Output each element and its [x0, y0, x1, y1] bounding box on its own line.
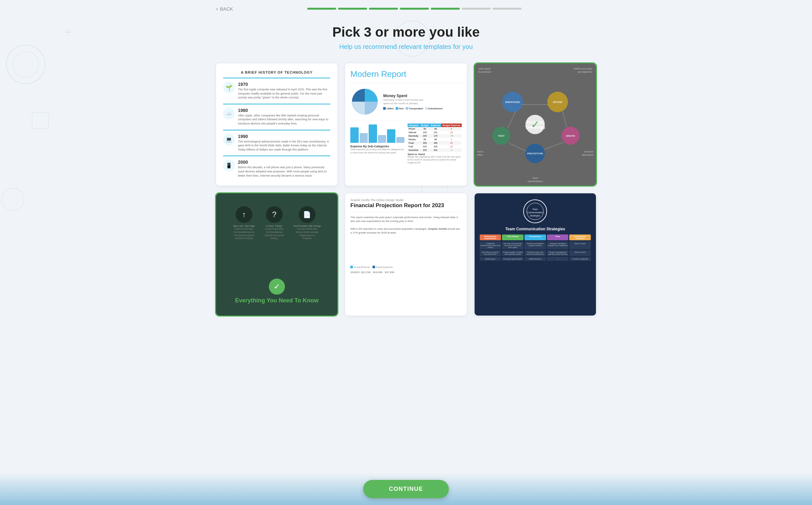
svg-line-23: [563, 111, 567, 127]
bottom-overlay: CONTINUE: [0, 473, 812, 505]
svg-text:TEST: TEST: [498, 135, 505, 137]
back-chevron-icon: ‹: [216, 6, 218, 12]
svg-line-24: [544, 142, 563, 150]
tc-col-5: Constructive Feedback: [569, 234, 591, 240]
tc-cell: Project management and document sharing: [547, 250, 569, 256]
svg-text:Team: Team: [533, 208, 538, 210]
icon-document: 📄: [299, 206, 316, 223]
svg-text:EMPATHIZE: EMPATHIZE: [505, 101, 520, 104]
progress-segment-6: [462, 8, 491, 10]
tc-col-1: Performance Expectations: [480, 234, 501, 240]
progress-segment-3: [369, 8, 398, 10]
svg-text:PROTOTYPE: PROTOTYPE: [528, 152, 544, 155]
modern-report-title: Modern Report: [350, 69, 461, 79]
tc-cell: Discuss and deliver project reviews: [525, 241, 546, 249]
svg-text:Communication: Communication: [528, 211, 543, 213]
back-button[interactable]: ‹ BACK: [216, 6, 233, 12]
tc-cell: Set and communicate new short and long-t…: [502, 241, 524, 249]
template-card-team-communication[interactable]: Team Communication Strategies Team Commu…: [475, 193, 596, 316]
svg-text:IDEATE: IDEATE: [566, 135, 575, 137]
icon-arrow-up: ↑: [236, 206, 252, 223]
pie-chart: [350, 87, 379, 116]
svg-text:DEFINE: DEFINE: [553, 101, 563, 104]
progress-bar: [307, 8, 521, 10]
back-label: BACK: [220, 6, 233, 12]
progress-segment-4: [400, 8, 429, 10]
tc-cell: Stay on topic: [569, 241, 591, 249]
timeline-2000: 📱 2000 Before this decade, a cell phone …: [223, 160, 330, 178]
tc-cell: Start on time: [569, 250, 591, 256]
tc-cell: Promote opportunities: [502, 257, 524, 261]
svg-line-25: [509, 143, 526, 151]
page-subtitle: Help us recommend relevant templates for…: [216, 43, 596, 50]
tc-cell: Celebrate achievements and core values: [480, 241, 501, 249]
progress-bar-container: [233, 8, 596, 10]
title-section: Pick 3 or more you like Help us recommen…: [216, 24, 596, 50]
tc-cell: Create an Agenda: [569, 257, 591, 261]
svg-line-26: [508, 111, 516, 128]
icon-question: ?: [266, 206, 283, 223]
template-card-history[interactable]: A BRIEF HISTORY OF TECHNOLOGY 🌱 1970 The…: [216, 63, 337, 186]
fp-graphic-gorilla: Graphic Gorilla The Online Design Studio: [350, 198, 461, 202]
continue-button[interactable]: CONTINUE: [363, 480, 449, 498]
page-title: Pick 3 or more you like: [216, 24, 596, 40]
tc-cell: Traffic Monitors: [525, 257, 546, 261]
selected-check-icon: ✓: [269, 279, 285, 295]
dark-green-bottom-text: Everything You Need To Know: [235, 297, 319, 304]
fp-body-text: This report examines the past year's cor…: [350, 215, 461, 235]
template-card-design-thinking[interactable]: ✓ DESIGN THINKING EMPATHIZE DEFINE IDEAT…: [475, 63, 596, 186]
progress-segment-5: [431, 8, 460, 10]
progress-segment-7: [493, 8, 521, 10]
tc-col-2: Goal Setting: [502, 234, 524, 240]
progress-segment-1: [307, 8, 336, 10]
timeline-1990: 💻 1990 The technological advancements ma…: [223, 134, 330, 152]
svg-text:Strategies: Strategies: [530, 214, 541, 217]
tc-title: Team Communication Strategies: [480, 227, 591, 231]
tc-cell: Give direct route for top performers: [480, 250, 501, 256]
template-card-modern-report[interactable]: Modern Report Money Spent Summary of how…: [345, 63, 467, 186]
tc-cell: Hubspot managing Google Docs Hangouts: [547, 241, 569, 249]
tc-col-3: Transparency: [525, 234, 546, 240]
tc-cell: —: [547, 257, 569, 261]
templates-grid: A BRIEF HISTORY OF TECHNOLOGY 🌱 1970 The…: [216, 63, 596, 316]
timeline-1970: 🌱 1970 The first Apple computer was rele…: [223, 82, 330, 100]
tc-cell: Promote open and honest transparency: [525, 250, 546, 256]
tc-cell: Build teams: [480, 257, 501, 261]
svg-point-1: [13, 51, 39, 77]
fp-title: Financial Projection Report for 2023: [350, 202, 461, 209]
svg-point-0: [6, 45, 45, 83]
tc-cell: Create weekly, monthly and quarterly goa…: [502, 250, 524, 256]
template-card-financial[interactable]: Graphic Gorilla The Online Design Studio…: [345, 193, 467, 316]
tc-col-4: Tools: [547, 234, 569, 240]
timeline-1980: ☁️ 1980 After Apple, other companies lik…: [223, 108, 330, 126]
template-card-dark-green[interactable]: ↑ Buy Low, Sell High A word to the wise:…: [216, 193, 337, 316]
selected-check-overlay: ✓: [526, 115, 545, 134]
team-circle-diagram: Team Communication Strategies: [522, 198, 548, 224]
svg-point-3: [2, 188, 24, 211]
progress-segment-2: [338, 8, 367, 10]
svg-rect-2: [32, 113, 48, 129]
top-nav: ‹ BACK: [216, 0, 596, 15]
card-history-title: A BRIEF HISTORY OF TECHNOLOGY: [223, 70, 330, 74]
